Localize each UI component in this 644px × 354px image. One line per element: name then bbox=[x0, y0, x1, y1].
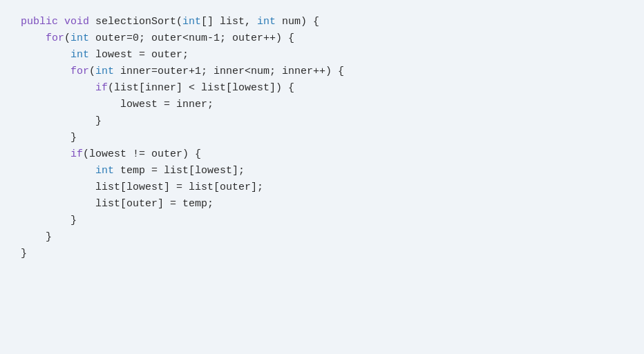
code-container: public void selectionSort(int[] list, in… bbox=[0, 0, 644, 354]
code-line: for(int inner=outer+1; inner<num; inner+… bbox=[21, 63, 623, 80]
code-line: if(list[inner] < list[lowest]) { bbox=[21, 80, 623, 97]
code-line: lowest = inner; bbox=[21, 97, 623, 113]
code-line: } bbox=[21, 229, 623, 246]
code-line: } bbox=[21, 246, 623, 262]
code-line: } bbox=[21, 113, 623, 130]
code-block: public void selectionSort(int[] list, in… bbox=[21, 14, 623, 262]
code-line: public void selectionSort(int[] list, in… bbox=[21, 14, 623, 30]
code-line: if(lowest != outer) { bbox=[21, 146, 623, 163]
code-line: list[outer] = temp; bbox=[21, 196, 623, 213]
code-line: } bbox=[21, 130, 623, 146]
code-line: int temp = list[lowest]; bbox=[21, 163, 623, 179]
code-line: } bbox=[21, 213, 623, 229]
code-line: list[lowest] = list[outer]; bbox=[21, 179, 623, 196]
code-line: int lowest = outer; bbox=[21, 47, 623, 63]
code-line: for(int outer=0; outer<num-1; outer++) { bbox=[21, 30, 623, 47]
